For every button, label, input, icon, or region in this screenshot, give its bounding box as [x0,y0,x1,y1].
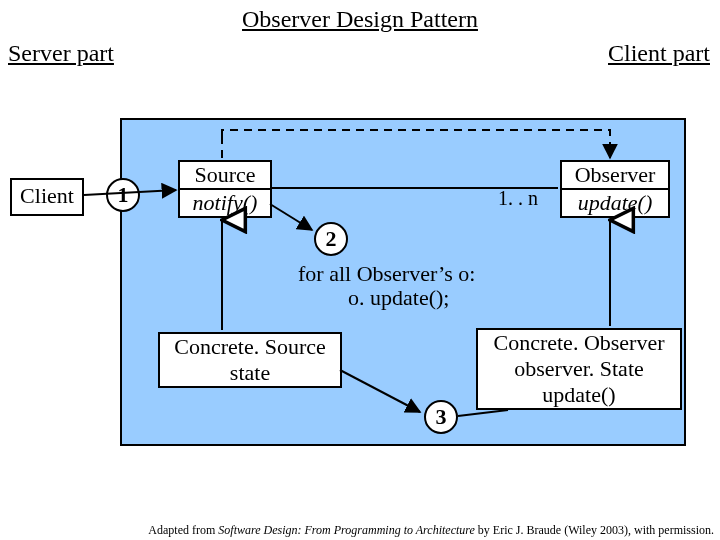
credit-suffix: by Eric J. Braude (Wiley 2003), with per… [475,523,714,537]
observer-class-box: Observer update() [560,160,670,218]
client-class-box: Client [10,178,84,216]
step-2-circle: 2 [314,222,348,256]
credit-line: Adapted from Software Design: From Progr… [148,523,714,538]
header-client-part: Client part [608,40,710,67]
concrete-source-attr: state [160,360,340,386]
page-title: Observer Design Pattern [0,6,720,33]
concrete-source-name: Concrete. Source [160,334,340,360]
loop-line1: for all Observer’s o: [298,262,475,286]
source-class-name: Source [180,162,270,188]
concrete-observer-method: update() [478,382,680,408]
observer-class-name: Observer [562,162,668,188]
concrete-observer-attr: observer. State [478,356,680,382]
header-server-part: Server part [8,40,114,67]
concrete-source-class-box: Concrete. Source state [158,332,342,388]
credit-prefix: Adapted from [148,523,218,537]
step-1-circle: 1 [106,178,140,212]
multiplicity-label: 1. . n [498,186,538,210]
concrete-observer-class-box: Concrete. Observer observer. State updat… [476,328,682,410]
source-notify-method: notify() [180,188,270,216]
credit-title: Software Design: From Programming to Arc… [218,523,475,537]
concrete-observer-name: Concrete. Observer [478,330,680,356]
source-class-box: Source notify() [178,160,272,218]
step-3-circle: 3 [424,400,458,434]
observer-update-method: update() [562,188,668,216]
loop-line2: o. update(); [348,286,449,310]
